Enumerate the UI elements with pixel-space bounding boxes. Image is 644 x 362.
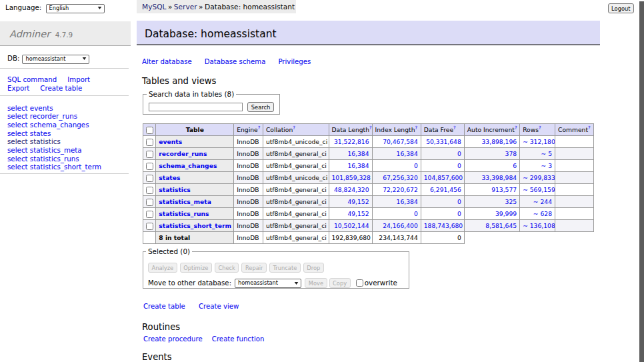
help-question-icon[interactable]: ? <box>453 125 456 131</box>
cell-link-rows[interactable]: ~ 299,833 <box>523 174 555 181</box>
table-link-recorder_runs[interactable]: recorder_runs <box>159 150 207 157</box>
cell-link-auto-increment[interactable]: 6 <box>513 162 517 169</box>
cell-link-rows[interactable]: ~ 312,180 <box>523 138 555 145</box>
create-table-link[interactable]: Create table <box>143 303 185 310</box>
cell-link-auto-increment[interactable]: 8,581,645 <box>485 222 517 229</box>
help-question-icon[interactable]: ? <box>369 125 372 131</box>
cell-link-data-length[interactable]: 49,152 <box>347 210 369 217</box>
sidebar-select-link-statistics[interactable]: select statistics <box>7 137 61 145</box>
create-view-link[interactable]: Create view <box>199 303 239 310</box>
sidebar-select-link-events[interactable]: select events <box>7 104 53 112</box>
cell-link-data-length[interactable]: 48,824,320 <box>334 186 369 193</box>
cell-link-rows[interactable]: ~ 5 <box>541 150 552 157</box>
optimize-button[interactable]: Optimize <box>180 263 212 273</box>
db-select[interactable]: homeassistant <box>22 55 89 64</box>
cell-link-rows[interactable]: ~ 3 <box>541 162 552 169</box>
help-question-icon[interactable]: ? <box>293 125 295 131</box>
search-button[interactable]: Search <box>247 102 274 112</box>
cell-link-data-length[interactable]: 16,384 <box>347 162 369 169</box>
row-checkbox-events[interactable] <box>146 139 153 146</box>
help-question-icon[interactable]: ? <box>588 125 591 131</box>
create-procedure-link[interactable]: Create procedure <box>143 335 203 343</box>
cell-link-data-length[interactable]: 10,502,144 <box>334 222 369 229</box>
sidebar-link-create-table[interactable]: Create table <box>40 84 82 93</box>
cell-link-index-length[interactable]: 0 <box>414 162 418 169</box>
table-link-events[interactable]: events <box>159 138 182 145</box>
help-question-icon[interactable]: ? <box>415 125 417 131</box>
create-function-link[interactable]: Create function <box>212 335 265 343</box>
sidebar-link-import[interactable]: Import <box>67 75 90 85</box>
logout-button[interactable]: Logout <box>608 3 634 13</box>
help-question-icon[interactable]: ? <box>539 125 541 131</box>
cell-link-auto-increment[interactable]: 39,999 <box>495 210 517 217</box>
sidebar-select-link-recorder_runs[interactable]: select recorder_runs <box>7 112 77 120</box>
app-name[interactable]: Adminer <box>9 29 50 39</box>
cell-link-rows[interactable]: ~ 136,108 <box>523 222 555 229</box>
sidebar-link-export[interactable]: Export <box>7 84 29 93</box>
row-checkbox-states[interactable] <box>146 175 153 182</box>
table-link-states[interactable]: states <box>159 174 180 181</box>
truncate-button[interactable]: Truncate <box>269 263 301 273</box>
repair-button[interactable]: Repair <box>241 263 267 273</box>
sidebar-select-link-states[interactable]: select states <box>7 129 51 137</box>
cell-link-data-free[interactable]: 50,331,648 <box>426 138 461 145</box>
drop-button[interactable]: Drop <box>303 263 324 273</box>
row-checkbox-statistics_runs[interactable] <box>146 211 153 218</box>
cell-link-data-free[interactable]: 0 <box>457 198 461 205</box>
table-link-schema_changes[interactable]: schema_changes <box>159 162 217 169</box>
cell-link-index-length[interactable]: 70,467,584 <box>383 138 418 145</box>
cell-link-data-free[interactable]: 6,291,456 <box>430 186 461 193</box>
help-question-icon[interactable]: ? <box>258 125 261 131</box>
copy-button[interactable]: Copy <box>329 278 351 288</box>
table-link-statistics_meta[interactable]: statistics_meta <box>159 198 211 205</box>
cell-link-auto-increment[interactable]: 378 <box>505 150 517 157</box>
breadcrumb-link-mysql[interactable]: MySQL <box>142 3 166 11</box>
row-checkbox-recorder_runs[interactable] <box>146 151 153 158</box>
cell-link-index-length[interactable]: 67,256,320 <box>383 174 418 181</box>
cell-link-rows[interactable]: ~ 244 <box>533 198 552 205</box>
cell-link-data-free[interactable]: 0 <box>457 210 461 217</box>
cell-link-auto-increment[interactable]: 913,577 <box>491 186 517 193</box>
cell-link-auto-increment[interactable]: 33,898,196 <box>482 138 517 145</box>
help-question-icon[interactable]: ? <box>515 125 517 131</box>
cell-link-auto-increment[interactable]: 325 <box>505 198 517 205</box>
move-db-select[interactable]: homeassistant <box>235 279 301 288</box>
cell-link-index-length[interactable]: 0 <box>414 210 418 217</box>
alter-database-link[interactable]: Alter database <box>142 58 192 65</box>
cell-link-data-length[interactable]: 16,384 <box>347 150 369 157</box>
cell-link-data-length[interactable]: 31,522,816 <box>334 138 369 145</box>
check-button[interactable]: Check <box>215 263 239 273</box>
sidebar-link-sql-command[interactable]: SQL command <box>7 75 57 85</box>
cell-link-data-free[interactable]: 188,743,680 <box>424 222 463 229</box>
breadcrumb-link-server[interactable]: Server <box>174 3 197 11</box>
row-checkbox-schema_changes[interactable] <box>146 163 153 170</box>
analyze-button[interactable]: Analyze <box>148 263 177 273</box>
cell-link-data-length[interactable]: 101,859,328 <box>332 174 371 181</box>
search-input[interactable] <box>149 103 243 111</box>
cell-link-data-free[interactable]: 104,857,600 <box>424 174 463 181</box>
cell-link-rows[interactable]: ~ 569,159 <box>523 186 555 193</box>
table-link-statistics[interactable]: statistics <box>159 186 191 193</box>
cell-link-index-length[interactable]: 24,166,400 <box>383 222 418 229</box>
sidebar-select-link-statistics_short_term[interactable]: select statistics_short_term <box>7 163 101 171</box>
cell-link-auto-increment[interactable]: 33,398,984 <box>482 174 517 181</box>
sidebar-select-link-statistics_runs[interactable]: select statistics_runs <box>7 155 79 163</box>
move-button[interactable]: Move <box>305 278 327 288</box>
cell-link-data-length[interactable]: 49,152 <box>347 198 369 205</box>
language-select[interactable]: English <box>46 4 105 13</box>
privileges-link[interactable]: Privileges <box>278 58 311 65</box>
cell-link-index-length[interactable]: 72,220,672 <box>383 186 418 193</box>
cell-link-index-length[interactable]: 16,384 <box>397 150 418 157</box>
cell-link-data-free[interactable]: 0 <box>457 150 461 157</box>
database-schema-link[interactable]: Database schema <box>205 58 266 65</box>
row-checkbox-statistics[interactable] <box>146 187 153 194</box>
table-link-statistics_runs[interactable]: statistics_runs <box>159 210 209 217</box>
cell-link-rows[interactable]: ~ 628 <box>533 210 552 217</box>
row-checkbox-statistics_meta[interactable] <box>146 199 153 206</box>
select-all-checkbox[interactable] <box>146 127 153 134</box>
overwrite-checkbox[interactable] <box>356 279 363 287</box>
column-header-table[interactable]: Table <box>186 126 204 133</box>
sidebar-select-link-statistics_meta[interactable]: select statistics_meta <box>7 146 82 154</box>
sidebar-select-link-schema_changes[interactable]: select schema_changes <box>7 121 89 129</box>
row-checkbox-statistics_short_term[interactable] <box>146 223 153 230</box>
